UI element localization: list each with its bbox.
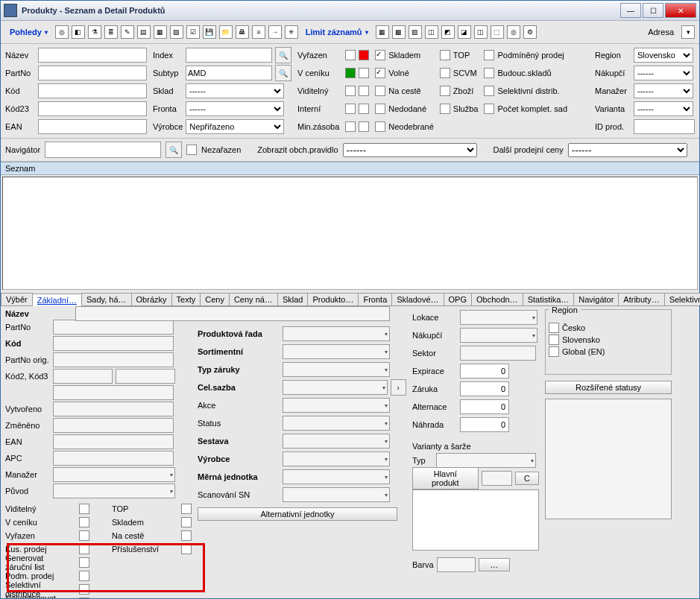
tab-produkto[interactable]: Produkto… [307, 293, 359, 305]
combo-typ[interactable] [436, 453, 536, 468]
d-input-nazev[interactable] [75, 306, 390, 321]
cb-podmprodej[interactable] [484, 50, 494, 60]
tri-interni-b[interactable] [359, 104, 369, 114]
m-combo-scan[interactable] [283, 487, 390, 502]
varianty-list[interactable] [412, 489, 539, 551]
cb-naceste[interactable] [375, 86, 385, 96]
cb-seldist[interactable] [484, 86, 494, 96]
minimize-button[interactable]: — [620, 3, 641, 18]
address-dropdown-icon[interactable]: ▾ [681, 25, 695, 39]
cb-neodebrane[interactable] [375, 121, 385, 132]
cb-volne[interactable] [375, 68, 385, 78]
tb-icon-7[interactable]: ▦ [154, 25, 167, 39]
close-button[interactable]: ✕ [665, 3, 696, 18]
dc-kusprodej[interactable] [79, 544, 89, 554]
input-idprod[interactable] [634, 119, 695, 134]
tb-icon-25[interactable]: ⚙ [523, 25, 537, 39]
m-combo-prodrad[interactable] [283, 326, 390, 341]
tab-navigator[interactable]: Navigátor [573, 293, 619, 305]
input-index[interactable] [186, 48, 272, 63]
m-combo-merna[interactable] [283, 469, 390, 484]
barva-pick-button[interactable]: … [479, 558, 510, 571]
tb-icon-6[interactable]: ▤ [137, 25, 151, 39]
barva-swatch[interactable] [437, 557, 476, 572]
m-combo-status[interactable] [283, 416, 390, 431]
tb-icon-11[interactable]: 📁 [219, 25, 233, 39]
d-input-vytvoreno[interactable] [53, 402, 174, 416]
tab-atributy[interactable]: Atributy… [618, 293, 664, 305]
dc-generovat[interactable] [79, 557, 89, 568]
input-ean[interactable] [38, 119, 147, 134]
tri-viditelny-a[interactable] [345, 86, 356, 96]
tb-icon-10[interactable]: 💾 [203, 25, 216, 39]
tb-icon-9[interactable]: ☑ [186, 25, 200, 39]
dc-naceste[interactable] [181, 530, 192, 541]
tri-viditelny-b[interactable] [359, 86, 369, 96]
input-kod[interactable] [38, 83, 147, 98]
tb-icon-5[interactable]: ✎ [121, 25, 134, 39]
dc-seldist[interactable] [79, 584, 89, 595]
dc-podmprodej[interactable] [79, 571, 89, 581]
cb-zbozi[interactable] [440, 86, 450, 96]
hlavni-produkt-field[interactable] [482, 471, 512, 486]
m-combo-celsazba[interactable] [283, 380, 388, 395]
ext-status-button[interactable]: Rozšířené statusy [545, 381, 672, 394]
tb-icon-22[interactable]: ◫ [474, 25, 488, 39]
tab-selektivn[interactable]: Selektivn… [664, 293, 700, 305]
d-input-kod[interactable] [53, 336, 174, 351]
tb-icon-16[interactable]: ▦ [376, 25, 389, 39]
dc-nekontrolovat[interactable] [79, 598, 89, 598]
input-subtyp[interactable] [186, 66, 272, 80]
cb-top[interactable] [440, 50, 450, 60]
select-dalsi[interactable]: ------ [568, 143, 687, 157]
d-input-extra[interactable] [53, 385, 174, 400]
select-region[interactable]: Slovensko [634, 48, 693, 63]
tab-zakladni[interactable]: Základní… [32, 294, 82, 306]
tab-sady[interactable]: Sady, há… [81, 293, 132, 305]
tb-icon-18[interactable]: ▨ [409, 25, 422, 39]
tri-minzasoba-a[interactable] [345, 121, 356, 132]
select-varianta[interactable]: ------ [634, 101, 693, 116]
tb-icon-19[interactable]: ◫ [425, 25, 438, 39]
m-combo-vyrobce[interactable] [283, 451, 390, 466]
m-combo-akce[interactable] [283, 398, 390, 413]
tri-minzasoba-b[interactable] [359, 121, 369, 132]
m-combo-typzar[interactable] [283, 362, 390, 377]
d-input-partnoorig[interactable] [53, 352, 174, 367]
tri-vceniku-b[interactable] [359, 68, 369, 78]
select-manazer[interactable]: ------ [634, 83, 693, 98]
ext-status-list[interactable] [545, 399, 672, 519]
r-num-alternace[interactable]: 0 [460, 399, 509, 414]
select-sklad[interactable]: ------ [186, 83, 284, 98]
views-dropdown[interactable]: Pohledy [5, 26, 52, 38]
d-input-kod2[interactable] [53, 369, 113, 384]
dc-prislu[interactable] [181, 544, 192, 554]
navigator-search-icon[interactable]: 🔍 [165, 142, 182, 158]
r-num-nahrada[interactable]: 0 [460, 417, 509, 432]
m-combo-sestava[interactable] [283, 434, 390, 449]
tb-icon-20[interactable]: ◩ [441, 25, 455, 39]
tb-icon-12[interactable]: 🖶 [236, 25, 249, 39]
tab-texty[interactable]: Texty [171, 293, 201, 305]
tb-icon-13[interactable]: ≡ [252, 25, 265, 39]
input-partno[interactable] [38, 66, 147, 80]
tb-icon-8[interactable]: ▧ [170, 25, 183, 39]
tb-icon-4[interactable]: ≣ [104, 25, 118, 39]
tb-icon-21[interactable]: ◪ [458, 25, 471, 39]
r-num-zaruka[interactable]: 0 [460, 381, 509, 396]
d-input-ean[interactable] [53, 434, 174, 449]
r-combo-nakupci[interactable] [460, 328, 537, 343]
subtyp-search-icon[interactable]: 🔍 [275, 65, 291, 81]
r-combo-lokace[interactable] [460, 310, 537, 325]
tb-icon-23[interactable]: ⬚ [491, 25, 504, 39]
r-num-expirace[interactable]: 0 [460, 364, 509, 378]
m-combo-sort[interactable] [283, 344, 390, 359]
celsazba-go-icon[interactable]: › [391, 379, 407, 396]
alt-units-button[interactable]: Alternativní jednotky [198, 507, 397, 521]
grid-seznam[interactable] [2, 177, 698, 290]
d-input-partno[interactable] [53, 320, 174, 335]
reg-global[interactable] [549, 346, 559, 357]
select-vyrobce[interactable]: Nepřiřazeno [186, 119, 284, 134]
cb-nedodane[interactable] [375, 104, 385, 114]
tri-vyrazen-a[interactable] [345, 50, 356, 60]
